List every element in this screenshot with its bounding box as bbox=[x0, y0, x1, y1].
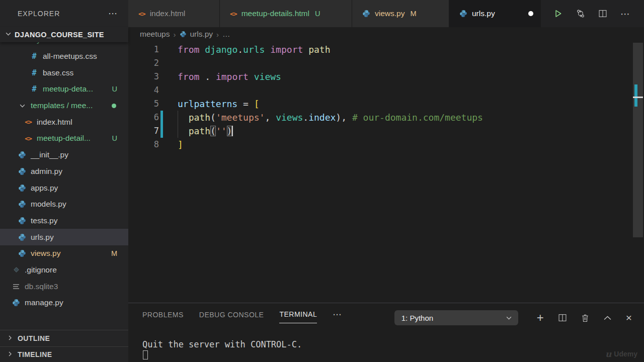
file-label: admin.py bbox=[31, 167, 62, 176]
editor-tab-meetup-details-html[interactable]: <>meetup-details.htmlU bbox=[220, 0, 352, 27]
file-item-all-meetups-css[interactable]: #all-meetups.css bbox=[0, 48, 128, 65]
file-label: views.py bbox=[31, 249, 60, 258]
udemy-logo-icon: u bbox=[605, 349, 611, 359]
file-item-admin-py[interactable]: admin.py bbox=[0, 163, 128, 180]
file-label: templates / mee... bbox=[31, 101, 93, 110]
file-item-db-sqlite3[interactable]: db.sqlite3 bbox=[0, 278, 128, 295]
git-status-badge: U bbox=[315, 10, 320, 18]
kill-terminal-icon[interactable] bbox=[581, 314, 589, 322]
open-changes-icon[interactable] bbox=[576, 9, 585, 18]
terminal-shell-label: 1: Python bbox=[401, 314, 433, 322]
html-file-icon: <> bbox=[23, 135, 33, 142]
panel-tab-problems[interactable]: PROBLEMS bbox=[142, 311, 184, 323]
file-label: __init__.py bbox=[31, 150, 68, 159]
timeline-label: TIMELINE bbox=[18, 350, 52, 358]
python-file-icon bbox=[362, 10, 370, 18]
file-label: meetup-detail... bbox=[37, 134, 91, 143]
folder-item-styles[interactable]: styles bbox=[0, 42, 128, 48]
file-item-models-py[interactable]: models.py bbox=[0, 196, 128, 213]
file-item-tests-py[interactable]: tests.py bbox=[0, 213, 128, 229]
overview-ruler-modified-mark bbox=[634, 84, 637, 107]
breadcrumb-item[interactable]: urls.py bbox=[179, 30, 213, 39]
scrollbar-slider[interactable] bbox=[633, 43, 643, 237]
git-status-badge: U bbox=[112, 134, 117, 142]
file-item-views-py[interactable]: views.pyM bbox=[0, 245, 128, 262]
timeline-section-header[interactable]: TIMELINE bbox=[0, 346, 128, 362]
git-file-icon bbox=[11, 266, 21, 273]
code-line-8: 8] bbox=[128, 138, 644, 151]
split-editor-icon[interactable] bbox=[599, 10, 607, 18]
line-number: 2 bbox=[128, 56, 159, 70]
db-file-icon bbox=[11, 284, 21, 290]
panel-more-actions-icon[interactable]: ⋯ bbox=[333, 309, 341, 324]
explorer-header: EXPLORER ⋯ bbox=[0, 0, 128, 27]
chevron-down-icon bbox=[17, 42, 27, 43]
code-line-3: 3from . import views bbox=[128, 70, 644, 83]
close-panel-icon[interactable]: × bbox=[626, 312, 632, 324]
file-label: .gitignore bbox=[25, 265, 57, 275]
run-python-file-icon[interactable] bbox=[553, 9, 562, 18]
breadcrumb-separator-icon: › bbox=[216, 30, 219, 39]
breadcrumb-item[interactable]: meetups bbox=[140, 30, 170, 39]
file-label: meetup-deta... bbox=[43, 84, 93, 94]
folder-item-templates-mee-[interactable]: templates / mee... bbox=[0, 98, 128, 114]
breadcrumb-label: … bbox=[222, 30, 230, 39]
file-label: apps.py bbox=[31, 184, 58, 193]
line-number: 6 bbox=[128, 111, 159, 124]
chevron-down-icon bbox=[5, 30, 12, 39]
file-item-meetup-deta-[interactable]: #meetup-deta...U bbox=[0, 81, 128, 98]
html-file-icon: <> bbox=[138, 10, 145, 18]
udemy-watermark: u Udemy bbox=[605, 349, 637, 359]
workspace-header[interactable]: DJANGO_COURSE_SITE bbox=[0, 27, 128, 42]
python-file-icon bbox=[17, 233, 27, 241]
breadcrumb-separator-icon: › bbox=[173, 30, 176, 39]
tab-label: meetup-details.html bbox=[242, 9, 309, 18]
file-label: tests.py bbox=[31, 216, 57, 225]
code-line-5: 5urlpatterns = [ bbox=[128, 97, 644, 111]
file-label: models.py bbox=[31, 200, 66, 209]
code-text: urlpatterns = [ bbox=[178, 97, 260, 111]
python-file-icon bbox=[17, 151, 27, 159]
code-text: path('meetups', views.index), # our-doma… bbox=[178, 111, 483, 124]
split-terminal-icon[interactable] bbox=[558, 314, 567, 322]
git-status-badge: M bbox=[410, 10, 416, 18]
file-item-apps-py[interactable]: apps.py bbox=[0, 179, 128, 196]
editor-tab-urls-py[interactable]: urls.py bbox=[449, 0, 541, 27]
line-number: 3 bbox=[128, 70, 159, 83]
panel-tab-debug-console[interactable]: DEBUG CONSOLE bbox=[199, 311, 264, 323]
css-file-icon: # bbox=[29, 84, 39, 94]
git-modified-gutter-bar bbox=[160, 124, 163, 138]
editor-tab-views-py[interactable]: views.pyM bbox=[352, 0, 449, 27]
code-line-1: 1from django.urls import path bbox=[128, 43, 644, 56]
more-actions-icon[interactable]: ⋯ bbox=[620, 8, 631, 20]
outline-section-header[interactable]: OUTLINE bbox=[0, 330, 128, 346]
vscode-window: EXPLORER ⋯ DJANGO_COURSE_SITE styles#all… bbox=[0, 0, 644, 362]
file-item--init-py[interactable]: __init__.py bbox=[0, 147, 128, 163]
file-item--gitignore[interactable]: .gitignore bbox=[0, 262, 128, 279]
python-file-icon bbox=[180, 31, 187, 38]
code-editor[interactable]: 1from django.urls import path23from . im… bbox=[128, 41, 644, 151]
file-label: index.html bbox=[37, 118, 72, 127]
file-item-base-css[interactable]: #base.css bbox=[0, 64, 128, 81]
chevron-down-icon bbox=[17, 103, 27, 109]
modified-contents-dot-badge bbox=[112, 104, 116, 108]
terminal-output[interactable]: Quit the server with CONTROL-C. bbox=[142, 339, 302, 349]
file-item-meetup-detail-[interactable]: <>meetup-detail...U bbox=[0, 130, 128, 147]
new-terminal-icon[interactable]: + bbox=[537, 313, 544, 322]
file-label: all-meetups.css bbox=[43, 52, 97, 61]
breadcrumb: meetups›urls.py›… bbox=[128, 27, 644, 41]
file-label: manage.py bbox=[25, 298, 63, 307]
panel-tab-terminal[interactable]: TERMINAL bbox=[279, 310, 317, 323]
maximize-panel-icon[interactable] bbox=[604, 316, 611, 320]
file-item-manage-py[interactable]: manage.py bbox=[0, 295, 128, 311]
explorer-more-actions-icon[interactable]: ⋯ bbox=[108, 8, 117, 19]
terminal-shell-select[interactable]: 1: Python bbox=[394, 310, 518, 325]
tab-label: urls.py bbox=[472, 9, 495, 18]
editor-tab-index-html[interactable]: <>index.html bbox=[128, 0, 220, 27]
css-file-icon: # bbox=[29, 68, 39, 77]
python-file-icon bbox=[459, 10, 467, 18]
file-item-urls-py[interactable]: urls.py bbox=[0, 229, 128, 245]
unsaved-changes-dot[interactable] bbox=[528, 11, 533, 16]
file-item-index-html[interactable]: <>index.html bbox=[0, 114, 128, 130]
breadcrumb-item[interactable]: … bbox=[222, 30, 230, 39]
